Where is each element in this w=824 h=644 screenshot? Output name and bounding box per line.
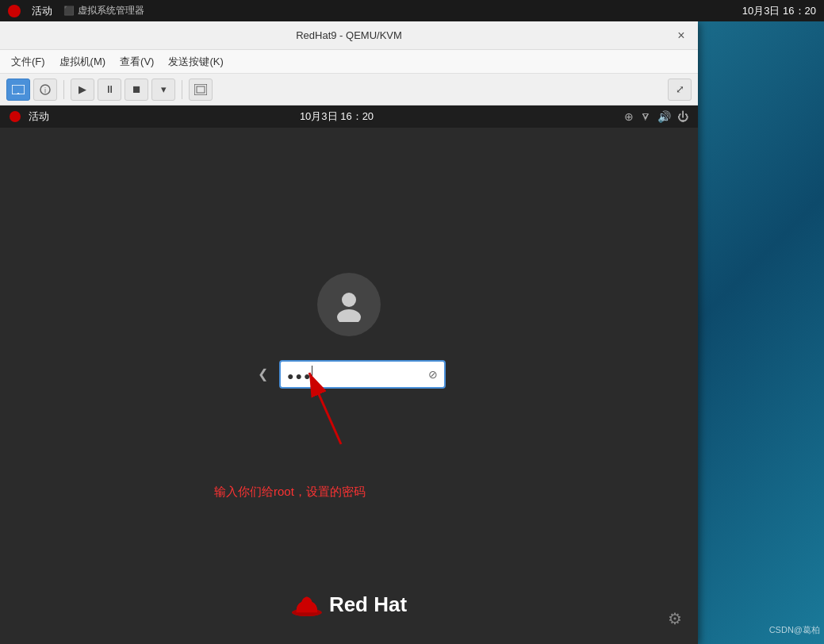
guest-topbar-left: 活动 [10, 109, 49, 124]
vm-window: RedHat9 - QEMU/KVM × 文件(F) 虚拟机(M) 查看(V) … [0, 21, 698, 644]
toolbar-separator-2 [182, 80, 182, 99]
vm-toolbar: i ▶ ⏸ ⏹ ▾ ⤢ [0, 74, 698, 105]
svg-point-0 [11, 8, 17, 14]
user-avatar [317, 273, 381, 336]
toolbar-play-btn[interactable]: ▶ [71, 79, 94, 101]
guest-topbar-right: ⊕ ⛛ 🔊 ⏻ [624, 110, 688, 123]
login-screen: ❮ ●●● ⊘ [0, 128, 698, 644]
settings-gear-button[interactable]: ⚙ [668, 609, 682, 628]
svg-point-8 [342, 293, 356, 307]
guest-redhat-logo [10, 111, 21, 122]
network-icon: ⊕ [624, 110, 634, 123]
host-datetime: 10月3日 16：20 [742, 4, 816, 18]
host-activity-label[interactable]: 活动 [32, 4, 52, 18]
menu-sendkey[interactable]: 发送按键(K) [162, 52, 229, 71]
guest-topbar: 活动 10月3日 16：20 ⊕ ⛛ 🔊 ⏻ [0, 105, 698, 128]
menu-vm[interactable]: 虚拟机(M) [53, 52, 113, 71]
menu-file[interactable]: 文件(F) [5, 52, 52, 71]
svg-line-11 [309, 373, 341, 444]
toolbar-screen-btn[interactable] [6, 79, 30, 101]
svg-rect-6 [194, 84, 207, 95]
redhat-small-logo [8, 5, 21, 17]
annotation-text: 输入你们给root，设置的密码 [214, 485, 366, 500]
vm-titlebar: RedHat9 - QEMU/KVM × [0, 21, 698, 50]
annotation-area: 输入你们给root，设置的密码 [230, 404, 468, 500]
redhat-brand-text: Red Hat [329, 592, 407, 617]
toolbar-stop-btn[interactable]: ⏹ [125, 79, 148, 101]
toolbar-console-btn[interactable] [189, 79, 213, 101]
vm-screen: 活动 10月3日 16：20 ⊕ ⛛ 🔊 ⏻ ❮ [0, 105, 698, 644]
toolbar-pause-btn[interactable]: ⏸ [98, 79, 121, 101]
desktop-background: CSDN@葛柏 [698, 21, 824, 644]
svg-rect-7 [197, 86, 205, 93]
host-topbar-left: 活动 ⬛ 虚拟系统管理器 [8, 4, 144, 18]
host-vm-manager-label: ⬛ 虚拟系统管理器 [63, 4, 144, 17]
csdn-watermark: CSDN@葛柏 [769, 624, 820, 636]
connection-icon: ⛛ [640, 110, 651, 123]
redhat-hat-logo [291, 588, 323, 620]
redhat-logo-section: Red Hat [291, 588, 407, 620]
back-button[interactable]: ❮ [252, 364, 273, 385]
vm-menubar: 文件(F) 虚拟机(M) 查看(V) 发送按键(K) [0, 50, 698, 74]
user-avatar-icon [332, 287, 366, 322]
toolbar-info-btn[interactable]: i [33, 79, 57, 101]
toolbar-resize-btn[interactable]: ⤢ [668, 79, 692, 101]
vm-close-button[interactable]: × [673, 27, 690, 44]
toolbar-more-btn[interactable]: ▾ [151, 79, 175, 101]
guest-activity-label[interactable]: 活动 [29, 109, 49, 124]
power-icon[interactable]: ⏻ [677, 110, 688, 123]
host-topbar: 活动 ⬛ 虚拟系统管理器 10月3日 16：20 [0, 0, 824, 21]
vm-title: RedHat9 - QEMU/KVM [25, 29, 673, 41]
guest-datetime: 10月3日 16：20 [300, 109, 374, 124]
toolbar-separator-1 [63, 80, 64, 99]
annotation-arrow-svg [278, 357, 436, 452]
svg-point-9 [337, 309, 361, 322]
menu-view[interactable]: 查看(V) [113, 52, 160, 71]
svg-text:i: i [44, 86, 46, 94]
volume-icon: 🔊 [657, 110, 671, 123]
